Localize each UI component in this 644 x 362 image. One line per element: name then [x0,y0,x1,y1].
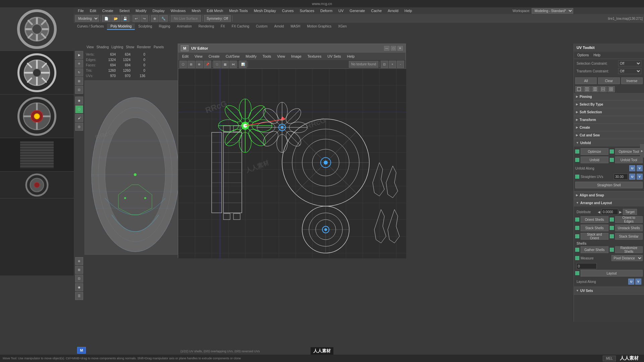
tab-fx[interactable]: FX [217,23,228,30]
uv-menu-view[interactable]: View [192,54,205,59]
uv-frame-icon[interactable]: □ [213,61,221,68]
menu-curves[interactable]: Curves [279,8,297,13]
live-surface-btn[interactable]: No Live Surface [171,15,201,22]
dist-target-btn[interactable]: Target [623,209,637,215]
arrange-and-layout-header[interactable]: ▼ Arrange and Layout [574,199,644,206]
transform-header[interactable]: ▶ Transform [574,116,644,123]
view-menu-item-view[interactable]: View [87,45,94,49]
create-header[interactable]: ▶ Create [574,124,644,131]
optimize-tool-btn[interactable]: Optimize Tool [615,148,643,155]
grid-btn-2[interactable] [583,86,591,92]
uv-menu-view2[interactable]: View [274,54,288,59]
tab-fx-caching[interactable]: FX Caching [228,23,253,30]
select-clear-btn[interactable]: Clear [598,77,620,84]
tab-rendering[interactable]: Rendering [195,23,217,30]
menu-mesh-display[interactable]: Mesh Display [251,8,279,13]
uv-menu-create[interactable]: Create [206,54,222,59]
stack-similar-btn[interactable]: Stack Similar [615,233,643,240]
view-menu-item-renderer[interactable]: Renderer [137,45,151,49]
thumb-item-2[interactable] [0,51,74,95]
toolkit-menu-options[interactable]: Options [575,53,591,58]
select-inverse-btn[interactable]: Inverse [621,77,643,84]
layout-btn[interactable]: Layout [581,270,643,277]
grid-btn-5[interactable] [607,86,615,92]
menu-arnold[interactable]: Arnold [385,8,401,13]
menu-create[interactable]: Create [100,8,116,13]
uv-grid-icon[interactable]: ⊞ [187,61,195,68]
undo-btn[interactable]: ↩ [132,15,140,22]
symmetry-btn[interactable]: Symmetry: Off [204,15,231,22]
grid-btn-3[interactable] [591,86,599,92]
straighten-u-btn[interactable]: U [629,174,635,180]
poly-model-icon[interactable]: ⬡ [75,105,83,113]
minimize-btn[interactable]: — [384,46,389,51]
unfold-btn[interactable]: Unfold [581,157,608,163]
uv-menu-tools[interactable]: Tools [260,54,274,59]
menu-help[interactable]: Help [402,8,415,13]
save-btn[interactable]: 💾 [121,15,129,22]
uv-menu-edit[interactable]: Edit [179,54,191,59]
thumb-item-4[interactable] [0,138,74,172]
sculpt-icon[interactable]: ◎ [75,123,83,131]
open-btn[interactable]: 📂 [111,15,120,22]
straighten-shell-btn[interactable]: Straighten Shell [575,182,643,188]
tab-custom[interactable]: Custom [253,23,271,30]
unfold-v-btn[interactable]: V [637,165,643,171]
measure-type-select[interactable]: Pixel Distance [611,255,643,261]
tab-sculpting[interactable]: Sculpting [135,23,155,30]
close-btn[interactable]: ✕ [397,46,403,51]
new-scene-btn[interactable]: 📄 [102,15,111,22]
unfold-header[interactable]: ▼ Unfold [574,139,644,146]
unfold-u-btn[interactable]: U [629,165,635,171]
tab-curves-surfaces[interactable]: Curves / Surfaces [74,23,107,30]
orient-to-edges-btn[interactable]: Orient to Edges [615,216,643,223]
gather-shells-btn[interactable]: Gather Shells [581,246,608,253]
move-tool[interactable]: ✛ [75,60,83,68]
uv-sets-header[interactable]: ▼ UV Sets [574,287,644,294]
uv-checker-icon[interactable]: ▦ [221,61,229,68]
scale-tool[interactable]: ⊞ [75,77,83,85]
select-by-type-header[interactable]: ▶ Select By Type [574,101,644,108]
measure-val-input[interactable] [577,263,597,269]
menu-display[interactable]: Display [150,8,167,13]
layout-u-btn[interactable]: U [628,279,634,285]
view-menu-item-panels[interactable]: Panels [154,45,164,49]
thumb-item-3[interactable] [0,95,74,138]
main-3d-viewport[interactable]: RRcG [85,80,185,255]
dist-right-arrow[interactable]: ▶ [619,210,622,214]
menu-mesh[interactable]: Mesh [189,8,203,13]
tab-xgen[interactable]: XGen [335,23,350,30]
tab-rigging[interactable]: Rigging [155,23,173,30]
pinning-header[interactable]: ▶ Pinning [574,93,644,100]
soft-select-icon[interactable]: ◉ [75,97,83,105]
orient-shells-btn[interactable]: Orient Shells [581,216,608,223]
magnet-btn[interactable]: 🔧 [159,15,168,22]
view-menu-item-shading[interactable]: Shading [97,45,109,49]
snap-btn[interactable]: ⊕ [151,15,158,22]
redo-btn[interactable]: ↪ [141,15,148,22]
thumb-item-1[interactable] [0,7,74,51]
align-and-snap-header[interactable]: ▶ Align and Snap [574,191,644,199]
dist-input[interactable] [601,209,618,215]
view-menu-item-lighting[interactable]: Lighting [111,45,123,49]
uv-zoom-in[interactable]: + [389,61,396,68]
uv-menu-textures[interactable]: Textures [305,54,324,59]
optimize-btn[interactable]: Optimize [581,148,608,155]
sel-constraint-select[interactable]: Off [618,60,641,66]
uv-pin-icon[interactable]: 📌 [204,61,211,68]
tool-extra-4[interactable]: ◉ [75,283,83,291]
tool-extra-2[interactable]: ⊞ [75,266,83,274]
unfold-tool-btn[interactable]: Unfold Tool [615,157,643,163]
uv-menu-uvsets[interactable]: UV Sets [325,54,343,59]
grid-btn-4[interactable] [599,86,607,92]
randomize-shells-btn[interactable]: Randomize Shells [615,246,643,253]
mel-btn[interactable]: MEL [603,356,616,361]
toolkit-menu-help[interactable]: Help [591,53,602,58]
layout-v-btn[interactable]: V [635,279,641,285]
menu-file[interactable]: File [75,8,87,13]
menu-deform[interactable]: Deform [318,8,335,13]
tool-extra-3[interactable]: ⊡ [75,275,83,283]
menu-surfaces[interactable]: Surfaces [297,8,317,13]
paint-icon[interactable]: 🖌 [75,114,83,122]
stack-shells-btn[interactable]: Stack Shells [581,225,608,231]
